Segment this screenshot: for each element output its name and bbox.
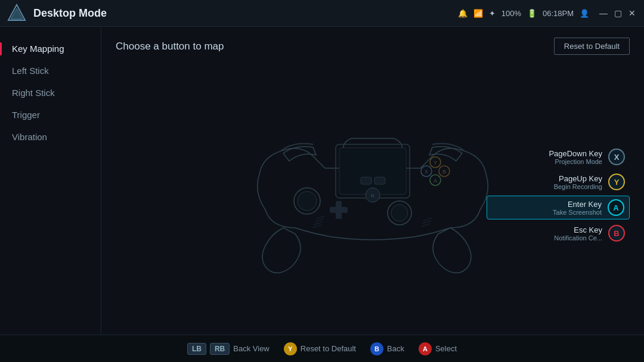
- select-label: Select: [435, 344, 457, 353]
- svg-line-24: [314, 222, 323, 225]
- sidebar-item-key-mapping[interactable]: Key Mapping: [0, 38, 101, 60]
- a-circle-bottom: A: [419, 342, 432, 355]
- rb-badge: RB: [210, 343, 230, 355]
- svg-text:B: B: [442, 169, 446, 175]
- svg-rect-3: [339, 148, 406, 194]
- reset-item[interactable]: Y Reset to Default: [284, 342, 356, 355]
- button-text-x: PageDown Key Projection Mode: [549, 149, 602, 165]
- svg-point-7: [391, 205, 408, 221]
- back-view-item: LB RB Back View: [187, 343, 270, 355]
- titlebar: Desktop Mode 🔔 📶 ✦ 100% 🔋 06:18PM 👤 — ▢ …: [0, 0, 644, 27]
- b-circle-bottom: B: [370, 342, 383, 355]
- back-item[interactable]: B Back: [370, 342, 404, 355]
- svg-rect-19: [374, 177, 385, 184]
- svg-rect-9: [330, 207, 348, 213]
- content-header: Choose a button to map Reset to Default: [116, 38, 630, 55]
- svg-point-5: [298, 191, 317, 211]
- window-controls[interactable]: — ▢ ✕: [599, 8, 637, 18]
- svg-line-28: [421, 224, 430, 227]
- button-text-a: Enter Key Take Screenshot: [553, 200, 602, 216]
- reset-to-default-button[interactable]: Reset to Default: [554, 38, 630, 55]
- bluetooth-icon: ✦: [489, 9, 496, 18]
- select-item[interactable]: A Select: [419, 342, 457, 355]
- choose-label: Choose a button to map: [116, 41, 224, 52]
- button-entry-x[interactable]: PageDown Key Projection Mode X: [487, 146, 630, 168]
- y-button-circle: Y: [608, 174, 625, 190]
- svg-line-25: [312, 225, 321, 228]
- bell-icon: 🔔: [458, 9, 467, 18]
- app-logo: [7, 4, 26, 23]
- svg-line-23: [315, 219, 324, 222]
- a-button-circle: A: [608, 199, 624, 216]
- button-list: PageDown Key Projection Mode X PageUp Ke…: [487, 146, 630, 245]
- clock: 06:18PM: [543, 9, 574, 18]
- button-entry-b[interactable]: Esc Key Notification Ce... B: [487, 222, 630, 245]
- sidebar-item-left-stick[interactable]: Left Stick: [0, 60, 101, 82]
- button-text-y: PageUp Key Begin Recording: [554, 174, 602, 190]
- window-title: Desktop Mode: [33, 7, 458, 20]
- back-view-label: Back View: [233, 344, 269, 353]
- battery-icon: 🔋: [527, 9, 537, 18]
- y-circle-bottom: Y: [284, 342, 297, 355]
- reset-label: Reset to Default: [301, 344, 356, 353]
- sidebar-item-right-stick[interactable]: Right Stick: [0, 82, 101, 104]
- svg-text:A: A: [434, 178, 437, 184]
- battery-label: 100%: [501, 9, 521, 18]
- close-button[interactable]: ✕: [627, 8, 637, 18]
- sidebar: Key Mapping Left Stick Right Stick Trigg…: [0, 27, 101, 335]
- svg-line-26: [423, 218, 432, 221]
- svg-text:X: X: [425, 169, 428, 175]
- minimize-button[interactable]: —: [599, 8, 608, 18]
- sidebar-item-trigger[interactable]: Trigger: [0, 104, 101, 126]
- sidebar-item-vibration[interactable]: Vibration: [0, 126, 101, 148]
- svg-rect-18: [361, 177, 371, 184]
- button-entry-y[interactable]: PageUp Key Begin Recording Y: [487, 171, 630, 193]
- x-button-circle: X: [608, 148, 625, 165]
- status-area: 🔔 📶 ✦ 100% 🔋 06:18PM 👤: [458, 9, 589, 18]
- back-label: Back: [387, 344, 404, 353]
- controller-area: A B X Y R: [116, 67, 630, 323]
- svg-text:Y: Y: [434, 160, 437, 166]
- button-entry-a[interactable]: Enter Key Take Screenshot A: [487, 196, 630, 219]
- controller-image: A B X Y R: [247, 109, 498, 281]
- bottombar: LB RB Back View Y Reset to Default B Bac…: [0, 335, 644, 362]
- svg-line-27: [422, 221, 431, 224]
- b-button-circle: B: [608, 225, 625, 242]
- lb-badge: LB: [187, 343, 206, 355]
- content-area: Choose a button to map Reset to Default: [101, 27, 644, 335]
- wifi-icon: 📶: [473, 9, 483, 18]
- svg-line-22: [316, 216, 325, 219]
- maximize-button[interactable]: ▢: [613, 8, 623, 18]
- main-layout: Key Mapping Left Stick Right Stick Trigg…: [0, 27, 644, 335]
- user-icon: 👤: [580, 9, 589, 18]
- button-text-b: Esc Key Notification Ce...: [554, 225, 602, 242]
- svg-text:R: R: [371, 193, 374, 199]
